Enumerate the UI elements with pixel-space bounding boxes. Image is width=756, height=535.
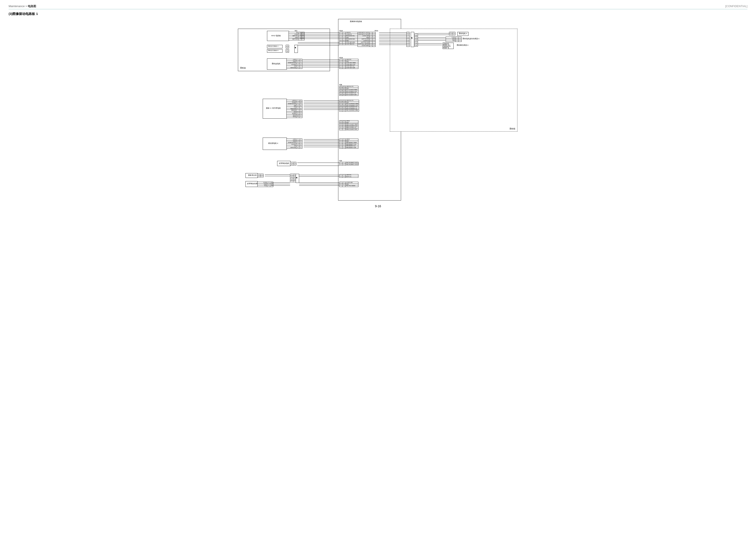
pin-table-detect-a: 12 (286, 45, 289, 48)
dev-clutch-label: 显影离合器 (248, 175, 257, 176)
drum-motor-k-label: 感光鼓电机 K (268, 143, 278, 144)
toner-rotation-sensor-k-label: 墨粉电机旋转传感器 K (463, 38, 479, 40)
pin-table-yc13: 16+24V2 F125GND34CONT MOT REM43CONT MOT … (339, 59, 358, 69)
pin-table-belt-sensor: 3.3V233GND22Vout11 (257, 182, 273, 187)
pin-table-yc5-g0: 11TBLT RLSMOT OUT122TBLT RLSMOT OUT2 (339, 162, 359, 165)
conn-yc11-label: YC11 (375, 30, 378, 32)
pin-table-yc11: HOP MOT K OUT111HOP MOT K OUT222+3.3V2 L… (358, 32, 376, 47)
pin-table-sensor-rot: 3.3V233GND22Vout11 (446, 37, 462, 42)
relay-a-block (294, 45, 298, 53)
relay-left-block (296, 174, 299, 183)
pin-table-drum-k: +24V16GND25START/STOP34CLOCK43LD52CW/CCW… (286, 139, 302, 149)
pin-table-belt-release: 1322 (290, 162, 296, 165)
section-title: (3)图像驱动电路板 1 (9, 12, 747, 16)
toner-motor-label: 墨粉盒电机 (272, 63, 281, 65)
breadcrumb-parent: Maintenance (9, 5, 25, 8)
pin-table-motor-k-l: 3344 (449, 32, 455, 35)
belt-release-motor-label: 皮带释放电机 (279, 163, 289, 164)
dev-transfer-motor-label: 显影 K / 转印带电机 (266, 107, 281, 109)
pin-table-right-relay-a: 987654321 (406, 32, 410, 47)
page-number: 9-16 (9, 205, 747, 208)
pin-table-right-relay-b: 23456789 (415, 33, 418, 46)
conn-yc8-label: YC8 (339, 84, 342, 86)
rfid-pcb-label: RFID 电路板 (271, 35, 281, 37)
page-header: Maintenance > 电路图 [CONFIDENTIAL] (9, 4, 747, 9)
toner-amount-sensor-k-label: 墨粉量传感器 K (457, 44, 469, 46)
pin-table-dev-clutch: 3322 (257, 174, 263, 177)
pin-table-yc8-g1: 1919+24V3 IL1 F11818GND1717TBLT DLPKMOT … (339, 100, 359, 111)
pin-table-yc8-g3: 66+24V455GND44DRM BDMOT REM33DRM BDMOT C… (339, 139, 358, 149)
toner-detect-b-label: 墨粉盒识别触点 B (268, 50, 279, 51)
pin-table-toner-motor: +24V16GND25START/STOP34CLOCK43LD52CW/CCW… (286, 59, 302, 69)
conn-yc13-label: YC13 (339, 57, 343, 59)
toner-detect-a-label: 墨粉盒识别触点 A (268, 45, 279, 47)
breadcrumb-current: 电路图 (28, 5, 36, 8)
pin-table-yc1: 5V553.3V244EEP SCL33GND22EEP SDA11 (288, 32, 305, 40)
pin-table-dev-transfer: +24V1111PGND210START/STOP39VM48FG57CW/CC… (286, 100, 302, 118)
pin-table-detect-b: 12 (286, 49, 289, 53)
pin-table-yc12: 11+5V6 F122+3.3V2 F133IMAGE BD SCL44GND5… (339, 32, 358, 45)
pin-table-yc8-g0: 2525+24V3 IL1 F12424GND2323DLP COLMOT RE… (339, 86, 358, 96)
toner-container-label: 墨粉盒 (240, 67, 246, 69)
conn-yc12-label: YC12 (339, 30, 343, 32)
photo-diode-block: Collector▸▸◂◂ Emitter Cathode Anode (443, 43, 454, 49)
toner-box-label: 墨粉箱 (509, 128, 515, 130)
relay-right-block (411, 32, 414, 47)
main-pcb-title: 图像驱动电路板 (350, 21, 362, 22)
pin-table-yc5-g1: 33+24V4 F144DLP K CL (339, 174, 358, 178)
conn-yc5-label: YC5 (339, 160, 342, 162)
circuit-diagram: 图像驱动电路板 墨粉盒 墨粉箱 RFID 电路板 YC1 5V553.3V244… (229, 19, 527, 200)
confidential-label: [CONFIDENTIAL] (725, 5, 747, 8)
toner-motor-k-label: 墨粉电机 K (459, 33, 467, 35)
breadcrumb: Maintenance > 电路图 (9, 4, 36, 8)
pin-table-yc5-g2: 55+3.3V2 LED66GND77TBLT PLS SENS (339, 182, 358, 187)
pin-table-yc8-g2: 1212+24V41111GND1010DRM COLMOT REM99DRM … (339, 120, 358, 130)
conn-yc1-label: YC1 (295, 30, 297, 32)
pin-table-left-relay: 1524334251 (290, 174, 296, 182)
